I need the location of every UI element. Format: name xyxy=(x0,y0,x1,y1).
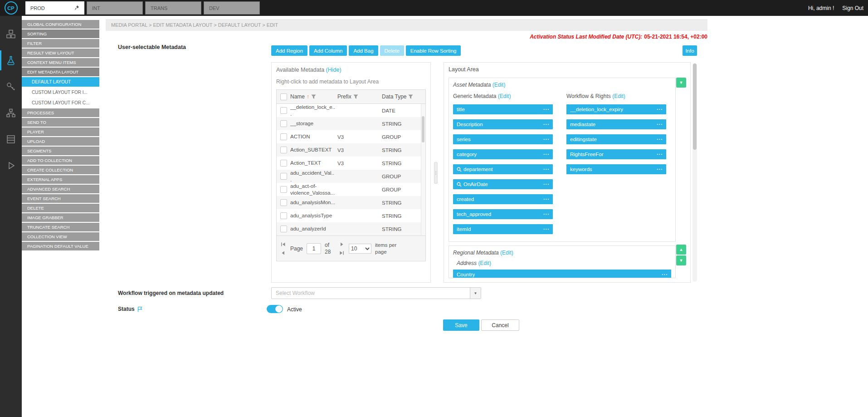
layout-field-item[interactable]: RightsFreeFor xyxy=(566,149,666,159)
layout-field-item[interactable]: itemId xyxy=(453,224,553,234)
layout-field-item[interactable]: tech_approved xyxy=(453,209,553,219)
hide-link[interactable]: (Hide) xyxy=(326,67,341,73)
sidebar-item-default-layout[interactable]: DEFAULT LAYOUT xyxy=(22,77,99,87)
item-options-icon[interactable] xyxy=(543,135,550,141)
page-size-select[interactable]: 10 xyxy=(349,244,371,254)
layout-field-item[interactable]: title xyxy=(453,104,553,114)
item-options-icon[interactable] xyxy=(657,105,663,111)
column-header-prefix[interactable]: Prefix xyxy=(337,93,382,100)
layout-field-item[interactable]: category xyxy=(453,149,553,159)
move-up-button[interactable]: ▲ xyxy=(676,245,686,255)
table-row[interactable]: adu_analyzerId STRING xyxy=(277,222,425,235)
row-checkbox[interactable] xyxy=(280,199,287,206)
sidebar-item-pagination-default-value[interactable]: PAGINATION DEFAULT VALUE xyxy=(22,242,99,250)
layout-scrollbar[interactable] xyxy=(692,63,697,282)
layout-field-item[interactable]: OnAirDate xyxy=(453,179,553,189)
archive-icon[interactable] xyxy=(0,129,22,149)
sidebar-item-custom-layout-1[interactable]: CUSTOM LAYOUT FOR I... xyxy=(22,88,99,97)
item-options-icon[interactable] xyxy=(543,150,550,156)
edit-address-link[interactable]: (Edit) xyxy=(478,260,491,266)
item-options-icon[interactable] xyxy=(543,165,550,171)
add-bag-button[interactable]: Add Bag xyxy=(349,45,378,56)
row-checkbox[interactable] xyxy=(280,212,287,219)
play-icon[interactable] xyxy=(0,156,22,176)
layout-field-item[interactable]: series xyxy=(453,134,553,144)
sidebar-item-external-apps[interactable]: EXTERNAL APPS xyxy=(22,175,99,184)
item-options-icon[interactable] xyxy=(543,195,550,201)
sidebar-item-truncate-search[interactable]: TRUNCATE SEARCH xyxy=(22,223,99,231)
sidebar-item-result-view-layout[interactable]: RESULT VIEW LAYOUT xyxy=(22,49,99,57)
add-region-button[interactable]: Add Region xyxy=(271,45,307,56)
layout-scrollbar-thumb[interactable] xyxy=(693,64,697,150)
row-checkbox[interactable] xyxy=(280,120,287,127)
row-checkbox[interactable] xyxy=(280,107,287,114)
panel-splitter[interactable]: ⋮ xyxy=(434,162,438,184)
layout-field-item[interactable]: created xyxy=(453,194,553,204)
layout-field-item[interactable]: keywords xyxy=(566,164,666,174)
sidebar-item-player[interactable]: PLAYER xyxy=(22,128,99,136)
table-row[interactable]: __storage STRING xyxy=(277,117,425,130)
table-row[interactable]: __deletion_lock_e... DATE xyxy=(277,104,425,117)
sidebar-item-collection-view[interactable]: COLLECTION VIEW xyxy=(22,232,99,241)
row-checkbox[interactable] xyxy=(280,147,287,153)
sidebar-item-upload[interactable]: UPLOAD xyxy=(22,137,99,146)
tab-dev[interactable]: DEV xyxy=(204,1,260,15)
breadcrumb[interactable]: MEDIA PORTAL > EDIT METADATA LAYOUT > DE… xyxy=(106,19,707,31)
item-options-icon[interactable] xyxy=(657,120,663,126)
item-options-icon[interactable] xyxy=(657,150,663,156)
sidebar-item-custom-layout-2[interactable]: CUSTOM LAYOUT FOR C... xyxy=(22,98,99,108)
sign-out-link[interactable]: Sign Out xyxy=(842,5,863,11)
next-page-button[interactable] xyxy=(338,241,345,247)
column-header-name[interactable]: Name ↑ xyxy=(290,93,337,100)
sidebar-item-delete[interactable]: DELETE xyxy=(22,204,99,212)
layout-field-item[interactable]: editingstate xyxy=(566,134,666,144)
item-options-icon[interactable] xyxy=(543,105,550,111)
save-button[interactable]: Save xyxy=(443,319,479,331)
item-options-icon[interactable] xyxy=(543,225,550,231)
row-checkbox[interactable] xyxy=(280,173,287,180)
edit-asset-metadata-link[interactable]: (Edit) xyxy=(493,82,506,88)
layout-field-item[interactable]: departement xyxy=(453,164,553,174)
layout-field-item[interactable]: mediastate xyxy=(566,119,666,129)
tab-trans[interactable]: TRANS xyxy=(145,1,201,15)
sidebar-item-event-search[interactable]: EVENT SEARCH xyxy=(22,194,99,203)
row-checkbox[interactable] xyxy=(280,133,287,140)
table-scrollbar[interactable] xyxy=(421,104,425,235)
sidebar-item-advanced-search[interactable]: ADVANCED SEARCH xyxy=(22,185,99,193)
sidebar-item-add-to-collection[interactable]: ADD TO COLLECTION xyxy=(22,156,99,165)
last-page-button[interactable] xyxy=(338,250,345,255)
table-row[interactable]: adu_act-of-violence_Valossa... GROUP xyxy=(277,183,425,196)
enable-row-sorting-button[interactable]: Enable Row Sorting xyxy=(406,45,461,56)
add-column-button[interactable]: Add Column xyxy=(309,45,347,56)
sidebar-item-image-grabber[interactable]: IMAGE GRABBER xyxy=(22,213,99,222)
item-options-icon[interactable] xyxy=(657,135,663,141)
table-row[interactable]: Action_TEXT V3 STRING xyxy=(277,157,425,170)
filter-icon[interactable] xyxy=(408,94,413,99)
dropdown-arrow-icon[interactable]: ▼ xyxy=(470,288,481,299)
table-row[interactable]: adu_analysisType STRING xyxy=(277,209,425,222)
item-options-icon[interactable] xyxy=(662,270,668,276)
move-down-button[interactable]: ▼ xyxy=(676,255,686,265)
workflow-select[interactable]: Select Workflow ▼ xyxy=(271,287,481,299)
table-row[interactable]: ACTION V3 GROUP xyxy=(277,130,425,143)
layout-field-item[interactable]: Description xyxy=(453,119,553,129)
table-row[interactable]: adu_analysisMon... STRING xyxy=(277,196,425,209)
edit-workflow-rights-link[interactable]: (Edit) xyxy=(612,93,625,99)
layout-field-item[interactable]: __deletion_lock_expiry xyxy=(566,104,666,114)
table-scrollbar-thumb[interactable] xyxy=(422,116,424,142)
row-checkbox[interactable] xyxy=(280,186,287,193)
item-options-icon[interactable] xyxy=(543,180,550,186)
item-options-icon[interactable] xyxy=(657,165,663,171)
table-row[interactable]: adu_accident_Val... GROUP xyxy=(277,170,425,183)
tab-int[interactable]: INT xyxy=(87,1,143,15)
move-down-button[interactable]: ▼ xyxy=(676,78,686,88)
edit-regional-link[interactable]: (Edit) xyxy=(500,250,513,256)
sidebar-item-filter[interactable]: FILTER xyxy=(22,39,99,48)
sidebar-item-edit-metadata-layout[interactable]: EDIT METADATA LAYOUT xyxy=(22,68,99,76)
row-checkbox[interactable] xyxy=(280,160,287,167)
filter-icon[interactable] xyxy=(311,94,316,99)
status-toggle[interactable] xyxy=(267,305,283,313)
sidebar-item-sorting[interactable]: SORTING xyxy=(22,29,99,38)
item-options-icon[interactable] xyxy=(543,120,550,126)
sidebar-item-context-menu-items[interactable]: CONTEXT MENU ITEMS xyxy=(22,58,99,67)
